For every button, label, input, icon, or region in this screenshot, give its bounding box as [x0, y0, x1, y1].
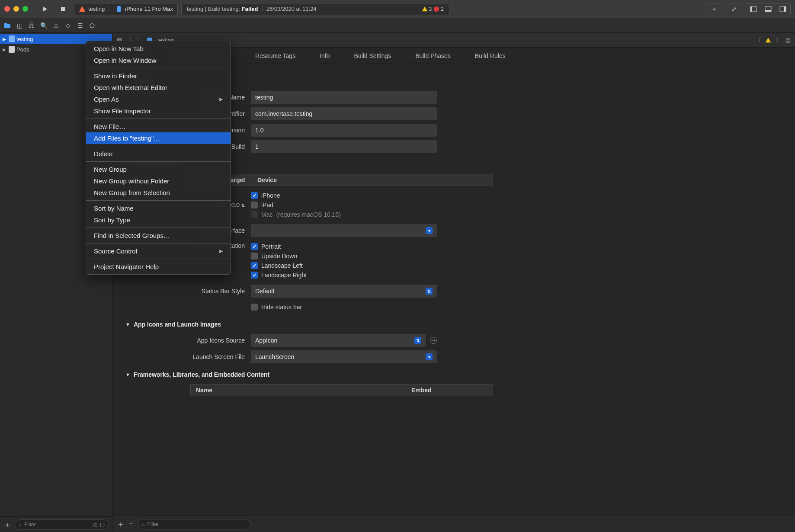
version-input[interactable] [251, 124, 437, 137]
tab-build-phases[interactable]: Build Phases [414, 50, 452, 62]
bundle-id-input[interactable] [251, 107, 437, 120]
checkbox[interactable] [251, 192, 258, 199]
context-menu-item[interactable]: Add Files to "testing"… [86, 132, 231, 144]
remove-target-button[interactable]: − [129, 519, 134, 529]
context-menu-item[interactable]: Sort by Name [86, 202, 231, 214]
disclosure-icon[interactable]: ▶ [3, 37, 7, 42]
tab-build-rules[interactable]: Build Rules [473, 50, 507, 62]
project-file-icon [9, 46, 15, 53]
add-target-button[interactable]: ＋ [117, 519, 125, 529]
filter-icon: ⌕ [142, 521, 145, 527]
recent-icon[interactable]: ◷ [93, 522, 97, 528]
tab-info[interactable]: Info [318, 50, 331, 62]
status-bar-style-select[interactable]: Default⇅ [251, 285, 437, 298]
orientation-landscape-right[interactable]: Landscape Right [251, 272, 437, 279]
disclosure-icon[interactable]: ▶ [3, 47, 7, 52]
device-iphone-row[interactable]: iPhone [251, 192, 437, 199]
context-menu-item[interactable]: Project Navigator Help [86, 261, 231, 272]
activity-status[interactable]: testing | Build testing: Failed | 26/03/… [181, 3, 449, 15]
context-menu-item[interactable]: Show in Finder [86, 70, 231, 82]
source-control-navigator-icon[interactable]: ◫ [16, 22, 23, 29]
context-menu-item[interactable]: Source Control▶ [86, 245, 231, 257]
context-menu-label: Find in Selected Groups… [94, 232, 170, 239]
checkbox[interactable] [251, 202, 258, 208]
svg-marker-4 [422, 6, 427, 11]
add-button[interactable]: ＋ [3, 519, 11, 530]
add-editor-button[interactable]: ＋ [706, 3, 722, 15]
status-bar-style-label: Status Bar Style [138, 288, 251, 295]
context-menu-item[interactable]: Delete [86, 148, 231, 160]
symbol-navigator-icon[interactable]: 品 [28, 22, 35, 29]
chevron-down-icon: ▾ [426, 227, 433, 234]
toggle-right-panel-button[interactable] [776, 3, 790, 15]
minimize-window-button[interactable] [13, 6, 19, 12]
jump-prev-icon[interactable]: 〈 [755, 36, 761, 44]
navigator-filter[interactable]: ⌕ Filter ◷ ▢ [15, 519, 109, 530]
checkbox[interactable] [251, 262, 258, 269]
context-menu-item[interactable]: Sort by Type [86, 214, 231, 226]
project-navigator-icon[interactable] [3, 22, 11, 29]
context-menu-item[interactable]: Open in New Window [86, 54, 231, 66]
toolbar: testing 〉 iPhone 11 Pro Max testing | Bu… [0, 0, 795, 18]
context-menu-item[interactable]: New File… [86, 121, 231, 132]
editor-filter[interactable]: ⌕ Filter [138, 519, 250, 529]
stop-button[interactable] [56, 3, 71, 15]
breakpoint-navigator-icon[interactable]: ⬠ [88, 22, 96, 29]
run-button[interactable] [38, 3, 52, 15]
warnings-badge[interactable]: 3 [422, 6, 432, 12]
context-menu-item[interactable]: New Group without Folder [86, 175, 231, 187]
zoom-window-button[interactable] [22, 6, 28, 12]
section-frameworks[interactable]: ▼Frameworks, Libraries, and Embedded Con… [125, 371, 782, 378]
context-menu[interactable]: Open in New TabOpen in New WindowShow in… [86, 41, 231, 275]
checkbox[interactable] [251, 304, 258, 311]
go-to-asset-button[interactable]: → [430, 337, 437, 344]
checkbox[interactable] [251, 253, 258, 260]
toggle-left-panel-button[interactable] [746, 3, 761, 15]
display-name-input[interactable] [251, 91, 437, 104]
scheme-separator: 〉 [107, 5, 113, 13]
tab-build-settings[interactable]: Build Settings [353, 50, 393, 62]
scheme-selector[interactable]: testing 〉 iPhone 11 Pro Max [74, 3, 178, 15]
context-menu-label: Open with External Editor [94, 84, 167, 91]
context-menu-item[interactable]: Show File Inspector [86, 105, 231, 117]
orientation-upside-down[interactable]: Upside Down [251, 253, 437, 260]
find-navigator-icon[interactable]: 🔍 [40, 22, 48, 29]
section-app-icons[interactable]: ▼App Icons and Launch Images [125, 321, 782, 328]
hide-status-bar-row[interactable]: Hide status bar [251, 304, 437, 311]
library-button[interactable]: ⤢ [726, 3, 742, 15]
context-menu-separator [86, 259, 231, 259]
toggle-bottom-panel-button[interactable] [761, 3, 776, 15]
warning-icon[interactable] [765, 37, 771, 43]
device-ipad-row[interactable]: iPad [251, 202, 437, 208]
jump-next-icon[interactable]: 〉 [776, 36, 781, 44]
launch-screen-label: Launch Screen File [138, 353, 251, 360]
context-menu-item[interactable]: Open with External Editor [86, 82, 231, 93]
main-interface-select[interactable]: ▾ [251, 224, 437, 237]
issue-navigator-icon[interactable]: ⚠ [52, 22, 60, 29]
checkbox[interactable] [251, 243, 258, 250]
app-icons-source-select[interactable]: AppIcon⇅ [251, 334, 426, 347]
tab-resource-tags[interactable]: Resource Tags [253, 50, 297, 62]
orientation-portrait[interactable]: Portrait [251, 243, 437, 250]
context-menu-item[interactable]: Open As▶ [86, 93, 231, 105]
checkbox[interactable] [251, 272, 258, 279]
warning-icon [422, 6, 428, 12]
context-menu-item[interactable]: Find in Selected Groups… [86, 230, 231, 241]
launch-screen-select[interactable]: LaunchScreen▾ [251, 350, 437, 363]
close-window-button[interactable] [4, 6, 10, 12]
test-navigator-icon[interactable]: ◇ [64, 22, 72, 29]
orientation-landscape-left[interactable]: Landscape Left [251, 262, 437, 269]
context-menu-label: Open in New Window [94, 57, 156, 64]
scheme-project: testing [88, 6, 105, 12]
errors-badge[interactable]: 2 [433, 6, 444, 12]
context-menu-item[interactable]: Open in New Tab [86, 43, 231, 54]
svg-marker-13 [766, 37, 771, 42]
th-device: Device [251, 176, 277, 183]
build-input[interactable] [251, 140, 437, 153]
context-menu-item[interactable]: New Group from Selection [86, 187, 231, 199]
scheme-device: iPhone 11 Pro Max [125, 6, 173, 12]
scm-filter-icon[interactable]: ▢ [100, 522, 105, 528]
editor-options-icon[interactable]: ▤ [785, 37, 791, 43]
context-menu-item[interactable]: New Group [86, 163, 231, 175]
debug-navigator-icon[interactable]: ☰ [76, 22, 84, 29]
